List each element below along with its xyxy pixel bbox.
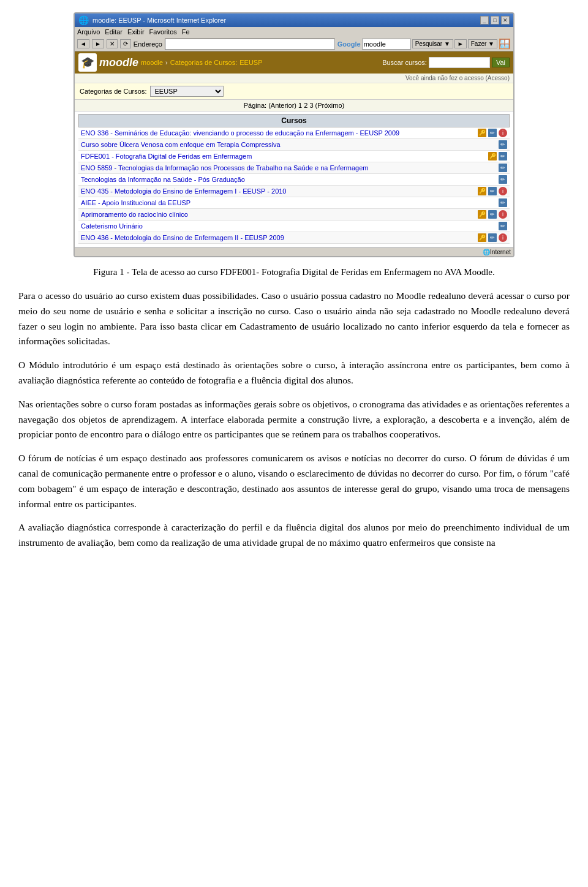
category-label: Categorias de Cursos:: [80, 88, 146, 95]
course-link[interactable]: Cateterismo Urinário: [81, 222, 499, 230]
key-icon: 🔑: [478, 129, 486, 137]
pencil-icon: ✏: [488, 210, 497, 219]
info-icon: i: [499, 129, 507, 137]
key-icon: 🔑: [478, 233, 486, 242]
stop-button[interactable]: ✕: [107, 39, 118, 48]
breadcrumb-sep1: ›: [165, 59, 168, 66]
table-row: Curso sobre Úlcera Venosa com enfoque em…: [78, 139, 510, 151]
key-icon: 🔑: [478, 210, 486, 219]
info-icon: i: [499, 210, 507, 219]
pencil-icon: ✏: [488, 129, 497, 137]
pencil-icon: ✏: [488, 233, 497, 242]
table-row: ENO 5859 - Tecnologias da Informação nos…: [78, 162, 510, 174]
access-text: Você ainda não fez o acesso (Acesso): [405, 75, 510, 81]
menu-bar: Arquivo Editar Exibir Favoritos Fe: [75, 27, 513, 37]
course-link[interactable]: Aprimoramento do raciocínio clínico: [81, 211, 478, 218]
menu-arquivo[interactable]: Arquivo: [77, 28, 100, 36]
course-link[interactable]: ENO 5859 - Tecnologias da Informação nos…: [81, 164, 499, 172]
search-input[interactable]: [429, 57, 490, 68]
courses-header: Cursos: [78, 114, 510, 127]
window-controls: _ □ ✕: [480, 16, 510, 25]
pagination: Página: (Anterior) 1 2 3 (Próximo): [75, 100, 513, 111]
paragraph-5: A avaliação diagnóstica corresponde à ca…: [18, 520, 570, 551]
course-link[interactable]: AIEE - Apoio Institucional da EEUSP: [81, 199, 499, 206]
info-icon: i: [499, 233, 507, 242]
course-icons: 🔑 ✏: [488, 152, 507, 160]
course-icons: 🔑 ✏ i: [478, 233, 507, 242]
pencil-icon: ✏: [488, 187, 497, 195]
info-icon: i: [499, 187, 507, 195]
menu-exibir[interactable]: Exibir: [127, 28, 145, 36]
course-icons: 🔑 ✏ i: [478, 187, 507, 195]
course-link[interactable]: ENO 436 - Metodologia do Ensino de Enfer…: [81, 234, 478, 241]
address-input[interactable]: [165, 39, 335, 50]
google-label: Google: [337, 40, 361, 48]
search-area: Buscar cursos: Vai: [382, 57, 510, 68]
table-row: ENO 435 - Metodologia do Ensino de Enfer…: [78, 186, 510, 197]
status-bar: 🌐 Internet: [75, 247, 513, 256]
table-row: Aprimoramento do raciocínio clínico 🔑 ✏ …: [78, 209, 510, 221]
course-link[interactable]: FDFE001 - Fotografia Digital de Feridas …: [81, 153, 488, 160]
browser-titlebar: 🌐 moodle: EEUSP - Microsoft Internet Exp…: [75, 13, 513, 27]
status-text: Internet: [490, 249, 511, 255]
course-icons: 🔑 ✏ i: [478, 210, 507, 219]
paragraph-4: O fórum de notícias é um espaço destinad…: [18, 451, 570, 511]
course-icons: ✏: [499, 164, 507, 172]
key-icon: 🔑: [488, 152, 497, 160]
course-link[interactable]: ENO 336 - Seminários de Educação: vivenc…: [81, 129, 478, 137]
course-icons: ✏: [499, 198, 507, 207]
pesquisar-button[interactable]: Pesquisar ▼: [412, 39, 453, 48]
google-input[interactable]: [362, 39, 411, 50]
paragraph-3: Nas orientações sobre o curso foram post…: [18, 397, 570, 442]
search-button[interactable]: Vai: [492, 58, 510, 67]
course-icons: 🔑 ✏ i: [478, 129, 507, 137]
table-row: FDFE001 - Fotografia Digital de Feridas …: [78, 151, 510, 162]
course-icons: ✏: [499, 175, 507, 184]
paragraph-2: O Módulo introdutório é um espaço está d…: [18, 358, 570, 388]
browser-window: 🌐 moodle: EEUSP - Microsoft Internet Exp…: [74, 12, 514, 257]
pencil-icon: ✏: [499, 175, 507, 184]
figure-caption: Figura 1 - Tela de acesso ao curso FDFE0…: [18, 267, 570, 277]
course-link[interactable]: ENO 435 - Metodologia do Ensino de Enfer…: [81, 187, 478, 195]
breadcrumb-cat[interactable]: Categorias de Cursos:: [170, 59, 237, 66]
menu-favoritos[interactable]: Favoritos: [149, 28, 177, 36]
course-icons: ✏: [499, 222, 507, 230]
close-button[interactable]: ✕: [501, 16, 510, 25]
pencil-icon: ✏: [499, 198, 507, 207]
refresh-button[interactable]: ⟳: [120, 39, 131, 48]
go-button[interactable]: ►: [454, 39, 467, 48]
search-label: Buscar cursos:: [382, 59, 427, 66]
pencil-icon: ✏: [499, 140, 507, 149]
pencil-icon: ✏: [499, 164, 507, 172]
moodle-nav: 🎓 moodle moodle › Categorias de Cursos: …: [75, 51, 513, 74]
menu-editar[interactable]: Editar: [105, 28, 123, 36]
paragraph-1: Para o acesso do usuário ao curso existe…: [18, 289, 570, 349]
table-row: Cateterismo Urinário ✏: [78, 221, 510, 232]
moodle-logo: 🎓 moodle: [78, 53, 138, 72]
maximize-button[interactable]: □: [491, 16, 499, 25]
pencil-icon: ✏: [499, 152, 507, 160]
browser-content: 🎓 moodle moodle › Categorias de Cursos: …: [75, 51, 513, 256]
table-row: ENO 336 - Seminários de Educação: vivenc…: [78, 127, 510, 139]
pagination-text: Página: (Anterior) 1 2 3 (Próximo): [244, 102, 344, 109]
breadcrumb-moodle[interactable]: moodle: [141, 59, 163, 66]
courses-section: Cursos ENO 336 - Seminários de Educação:…: [75, 114, 513, 247]
internet-label: 🌐: [483, 249, 490, 255]
fazer-button[interactable]: Fazer ▼: [468, 39, 497, 48]
course-icons: ✏: [499, 140, 507, 149]
breadcrumb-eeusp[interactable]: EEUSP: [239, 59, 262, 66]
back-button[interactable]: ◄: [77, 39, 89, 48]
browser-title: 🌐 moodle: EEUSP - Microsoft Internet Exp…: [78, 15, 226, 25]
course-link[interactable]: Tecnologias da Informação na Saúde - Pós…: [81, 176, 499, 183]
main-content: Figura 1 - Tela de acesso ao curso FDFE0…: [0, 257, 588, 569]
minimize-button[interactable]: _: [480, 16, 489, 25]
course-link[interactable]: Curso sobre Úlcera Venosa com enfoque em…: [81, 141, 499, 148]
forward-button[interactable]: ►: [92, 39, 104, 48]
menu-fe[interactable]: Fe: [182, 28, 190, 36]
moodle-breadcrumb: moodle › Categorias de Cursos: EEUSP: [141, 59, 263, 66]
address-label: Endereço: [134, 40, 162, 48]
browser-toolbar: ◄ ► ✕ ⟳ Endereço Google Pesquisar ▼ ► Fa…: [75, 37, 513, 51]
windows-icon: 🪟: [499, 38, 511, 50]
graduation-icon: 🎓: [81, 56, 94, 69]
category-select[interactable]: EEUSP: [150, 86, 224, 97]
